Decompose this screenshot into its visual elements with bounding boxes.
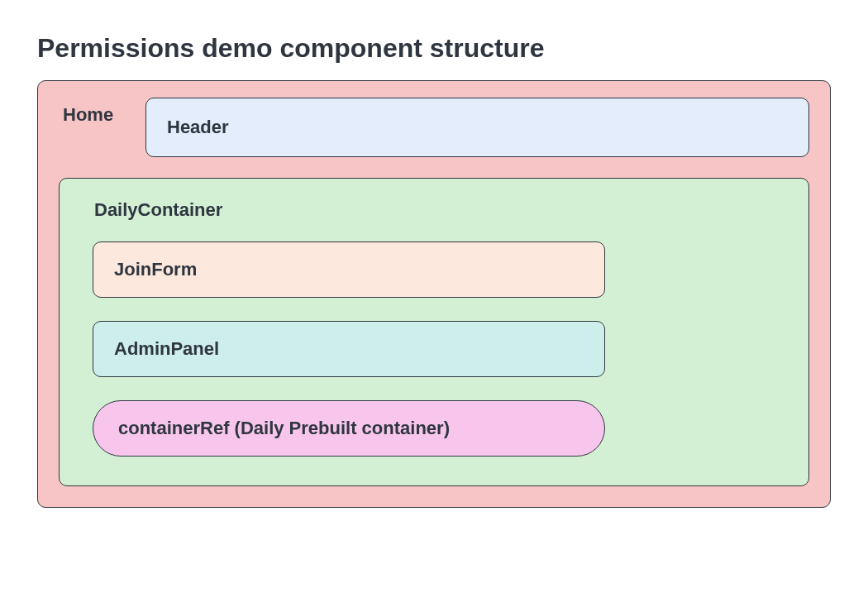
containerref-label: containerRef (Daily Prebuilt container): [118, 418, 579, 439]
containerref-component-box: containerRef (Daily Prebuilt container): [93, 400, 605, 457]
header-component-box: Header: [145, 98, 809, 157]
dailycontainer-component-box: DailyContainer JoinForm AdminPanel conta…: [59, 178, 809, 486]
dailycontainer-label: DailyContainer: [84, 199, 784, 221]
adminpanel-component-box: AdminPanel: [93, 321, 605, 377]
joinform-component-box: JoinForm: [93, 241, 605, 298]
adminpanel-label: AdminPanel: [114, 338, 584, 360]
header-label: Header: [167, 117, 788, 138]
home-top-row: Home Header: [59, 98, 809, 157]
joinform-label: JoinForm: [114, 259, 584, 280]
home-component-box: Home Header DailyContainer JoinForm Admi…: [37, 80, 831, 508]
diagram-page: Permissions demo component structure Hom…: [0, 0, 868, 541]
diagram-title: Permissions demo component structure: [37, 33, 831, 64]
home-label: Home: [59, 98, 129, 126]
